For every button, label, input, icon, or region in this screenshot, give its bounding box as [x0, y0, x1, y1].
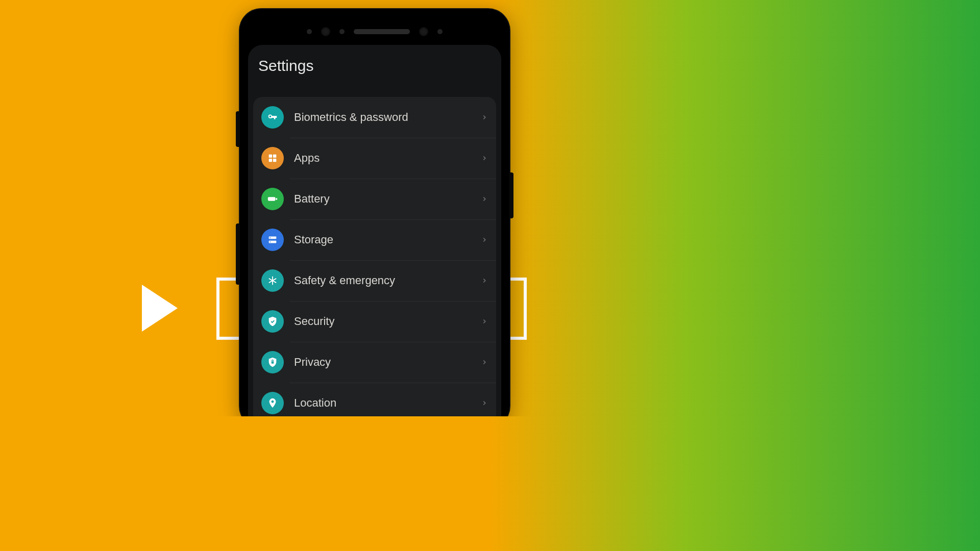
svg-rect-2: [269, 159, 272, 162]
settings-item-battery[interactable]: Battery: [253, 179, 496, 219]
chevron-right-icon: [481, 114, 488, 121]
asterisk-icon: [261, 269, 284, 292]
phone-frame: Settings Biometrics & password Apps: [240, 9, 509, 416]
settings-item-safety[interactable]: Safety & emergency: [253, 260, 496, 301]
item-label: Storage: [294, 233, 481, 246]
chevron-right-icon: [481, 155, 488, 162]
svg-rect-4: [268, 197, 276, 201]
settings-item-apps[interactable]: Apps: [253, 138, 496, 179]
settings-item-location[interactable]: Location: [253, 383, 496, 416]
item-label: Security: [294, 315, 481, 328]
svg-point-11: [272, 400, 274, 403]
settings-item-storage[interactable]: Storage: [253, 219, 496, 260]
item-label: Location: [294, 396, 481, 410]
location-pin-icon: [261, 392, 284, 414]
apps-grid-icon: [261, 147, 284, 169]
item-label: Biometrics & password: [294, 111, 481, 124]
battery-icon: [261, 188, 284, 210]
svg-rect-0: [269, 155, 272, 158]
svg-rect-5: [276, 198, 277, 200]
svg-rect-1: [273, 155, 276, 158]
chevron-right-icon: [481, 359, 488, 366]
phone-screen: Settings Biometrics & password Apps: [248, 45, 501, 416]
settings-item-privacy[interactable]: Privacy: [253, 342, 496, 383]
item-label: Battery: [294, 192, 481, 206]
chevron-right-icon: [481, 318, 488, 325]
settings-item-biometrics[interactable]: Biometrics & password: [253, 97, 496, 138]
settings-list: Biometrics & password Apps: [253, 97, 496, 416]
item-label: Apps: [294, 152, 481, 165]
chevron-right-icon: [481, 195, 488, 203]
svg-point-9: [270, 241, 271, 242]
svg-point-8: [270, 237, 271, 238]
item-label: Safety & emergency: [294, 274, 481, 287]
phone-sensors: [240, 21, 509, 42]
chevron-right-icon: [481, 277, 488, 284]
chevron-right-icon: [481, 399, 488, 407]
shield-check-icon: [261, 310, 284, 333]
settings-item-security[interactable]: Security: [253, 301, 496, 342]
pointer-play-icon: [142, 285, 178, 332]
settings-header: Settings: [248, 45, 501, 97]
item-label: Privacy: [294, 356, 481, 369]
lock-shield-icon: [261, 351, 284, 373]
storage-icon: [261, 229, 284, 251]
svg-rect-3: [273, 159, 276, 162]
svg-rect-10: [272, 361, 274, 364]
key-icon: [261, 106, 284, 129]
chevron-right-icon: [481, 236, 488, 243]
page-title: Settings: [258, 57, 491, 74]
